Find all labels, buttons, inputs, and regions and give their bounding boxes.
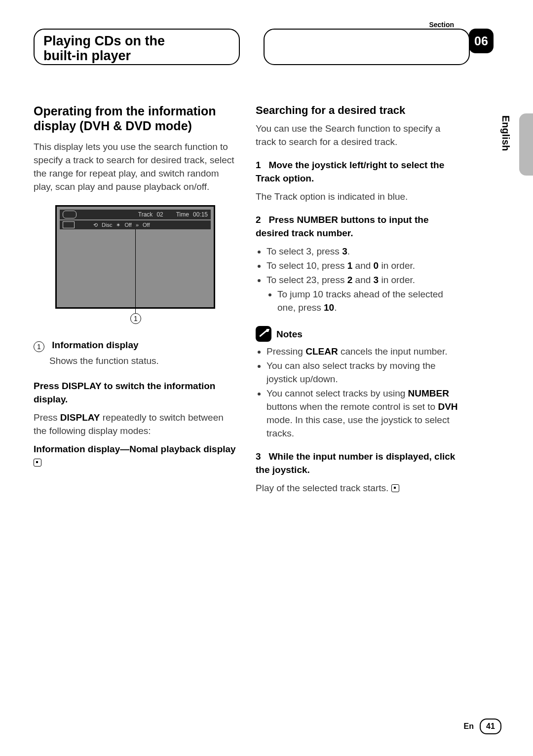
- footer-page-number: 41: [480, 719, 501, 734]
- n3-post: mode. In this case, use the joystick to …: [266, 415, 450, 438]
- left-column: Operating from the information display (…: [34, 104, 236, 500]
- step3-body-text: Play of the selected track starts.: [256, 483, 388, 493]
- step2-title-pre: Press: [268, 215, 297, 225]
- section-label: Section: [429, 21, 454, 29]
- note-2: You can also select tracks by moving the…: [266, 359, 463, 386]
- note-1: Pressing CLEAR cancels the input number.: [266, 345, 463, 358]
- step3-number: 3: [256, 451, 261, 462]
- b3-mid: and: [352, 275, 373, 285]
- callout-desc: Shows the function status.: [49, 354, 236, 367]
- step3-title: While the input number is displayed, cli…: [256, 451, 455, 475]
- info-display-bottom-row: ⟲ Disc ✶ Off » Off: [60, 220, 211, 229]
- notes-icon: [256, 326, 271, 342]
- callout-line: [135, 229, 136, 313]
- callout-definition-title: 1 Information display: [34, 338, 236, 352]
- step1-body: The Track option is indicated in blue.: [256, 190, 463, 203]
- b2-bold2: 0: [374, 260, 379, 271]
- time-label: Time: [176, 208, 189, 221]
- chapter-title-box: Playing CDs on the built-in player: [34, 29, 240, 65]
- language-tab: [519, 113, 533, 176]
- n1-pre: Pressing: [266, 346, 305, 357]
- cd-icon: [63, 221, 75, 228]
- random-value: Off: [124, 218, 131, 232]
- display-modes: Information display—Nomal playback displ…: [34, 442, 236, 469]
- b3-post: in order.: [379, 275, 415, 285]
- random-icon: ✶: [116, 218, 120, 232]
- chapter-title-box-right: [264, 29, 470, 65]
- step2-bullets: To select 3, press 3. To select 10, pres…: [256, 245, 463, 314]
- right-intro: You can use the Search function to speci…: [256, 122, 463, 148]
- display-modes-text: Information display—Nomal playback displ…: [34, 444, 236, 454]
- step2-bullet-1: To select 3, press 3.: [266, 245, 463, 258]
- step2-sub-bullet-1: To jump 10 tracks ahead of the selected …: [277, 288, 463, 314]
- end-mark-icon: [391, 484, 399, 492]
- left-heading: Operating from the information display (…: [34, 104, 236, 133]
- chapter-title-line2: built-in player: [43, 48, 230, 63]
- press-body-bold: DISPLAY: [60, 412, 100, 423]
- press-display-title: Press DISPLAY to switch the information …: [34, 379, 236, 406]
- press-display-block: Press DISPLAY to switch the information …: [34, 379, 236, 469]
- page-footer: En 41: [464, 719, 501, 734]
- n3-mid: buttons when the remote control is set t…: [266, 401, 438, 412]
- press-body-pre: Press: [34, 412, 60, 423]
- step1-title: Move the joystick left/right to select t…: [256, 160, 444, 183]
- info-display-frame: Track 02 Time 00:15 ⟲ Disc ✶ Off »: [55, 205, 215, 309]
- content-columns: Operating from the information display (…: [34, 104, 503, 500]
- step3-heading: 3 While the input number is displayed, c…: [256, 450, 463, 476]
- notes-title: Notes: [276, 327, 303, 341]
- notes-heading: Notes: [256, 326, 463, 342]
- track-value: 02: [156, 208, 163, 221]
- n3-bold2: DVH: [438, 401, 457, 412]
- disc-icon: [63, 211, 76, 218]
- repeat-icon: ⟲: [93, 218, 98, 232]
- scan-value: Off: [143, 218, 150, 232]
- left-heading-line1: Operating from the information: [34, 104, 216, 118]
- step1-number: 1: [256, 160, 261, 170]
- step2-title-bold: NUMBER: [297, 215, 338, 225]
- b2-post: in order.: [379, 260, 415, 271]
- section-number-badge: 06: [469, 29, 494, 53]
- right-heading: Searching for a desired track: [256, 104, 463, 117]
- step2-bullet-2: To select 10, press 1 and 0 in order.: [266, 259, 463, 272]
- n1-bold: CLEAR: [305, 346, 338, 357]
- right-column: Searching for a desired track You can us…: [256, 104, 463, 500]
- n1-post: cancels the input number.: [338, 346, 448, 357]
- n3-pre: You cannot select tracks by using: [266, 388, 408, 398]
- n3-bold1: NUMBER: [408, 388, 449, 398]
- scan-icon: »: [136, 218, 139, 232]
- note-3: You cannot select tracks by using NUMBER…: [266, 387, 463, 440]
- b3-bold2: 3: [374, 275, 379, 285]
- callout-definition: 1 Information display Shows the function…: [34, 338, 236, 367]
- b3s-post: .: [334, 302, 337, 313]
- time-value: 00:15: [193, 208, 208, 221]
- b1-post: .: [347, 246, 350, 256]
- b3-bold1: 2: [347, 275, 353, 285]
- press-display-body: Press DISPLAY repeatedly to switch betwe…: [34, 411, 236, 437]
- callout-number-inline: 1: [34, 341, 44, 352]
- left-heading-line2: display (DVH & DVD mode): [34, 119, 192, 133]
- b3-pre: To select 23, press: [266, 275, 347, 285]
- left-intro: This display lets you use the search fun…: [34, 140, 236, 193]
- b3s-bold: 10: [324, 302, 334, 313]
- manual-page: Section Playing CDs on the built-in play…: [0, 0, 533, 756]
- notes-bullets: Pressing CLEAR cancels the input number.…: [256, 345, 463, 440]
- b1-bold: 3: [342, 246, 347, 256]
- b2-pre: To select 10, press: [266, 260, 347, 271]
- step2-sub-bullets: To jump 10 tracks ahead of the selected …: [266, 288, 463, 314]
- step2-heading: 2 Press NUMBER buttons to input the desi…: [256, 213, 463, 240]
- language-label: English: [500, 115, 511, 151]
- b1-pre: To select 3, press: [266, 246, 342, 256]
- b2-mid: and: [352, 260, 373, 271]
- step2-number: 2: [256, 215, 261, 225]
- chapter-title-line1: Playing CDs on the: [43, 34, 230, 48]
- callout-number: 1: [130, 313, 141, 324]
- step3-body: Play of the selected track starts.: [256, 481, 463, 495]
- step2-bullet-3: To select 23, press 2 and 3 in order. To…: [266, 273, 463, 314]
- page-header: Section Playing CDs on the built-in play…: [34, 25, 503, 69]
- step1-heading: 1 Move the joystick left/right to select…: [256, 158, 463, 185]
- end-mark-icon: [34, 459, 41, 467]
- b3s-pre: To jump 10 tracks ahead of the selected …: [277, 289, 443, 313]
- footer-lang: En: [464, 722, 474, 731]
- repeat-value: Disc: [102, 218, 112, 232]
- callout-label: Information display: [52, 340, 138, 350]
